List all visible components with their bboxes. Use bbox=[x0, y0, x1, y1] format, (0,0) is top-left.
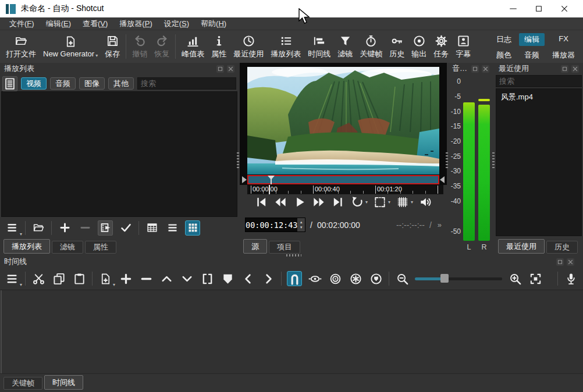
tab-keyframes[interactable]: 关键帧 bbox=[3, 377, 42, 390]
split-button[interactable] bbox=[200, 271, 215, 286]
grid-button[interactable]: ▾ bbox=[396, 195, 413, 209]
skip-to-start-button[interactable] bbox=[254, 195, 268, 209]
video-preview[interactable] bbox=[240, 63, 447, 174]
playlist-select-button[interactable] bbox=[118, 220, 133, 236]
cut-button[interactable] bbox=[31, 271, 46, 286]
splitter-handle[interactable] bbox=[492, 152, 495, 169]
trim-in-marker[interactable] bbox=[242, 176, 247, 183]
current-timecode-spinner[interactable]: 00:00:12:43 ▲▼ bbox=[245, 218, 305, 232]
fast-forward-button[interactable] bbox=[312, 195, 326, 209]
save-button[interactable]: 保存 bbox=[101, 33, 123, 60]
tab-properties[interactable]: 属性 bbox=[85, 241, 116, 254]
timeline-zoom-fit-button[interactable] bbox=[528, 271, 543, 286]
filters-button[interactable]: 滤镜 bbox=[334, 33, 356, 60]
menu-help[interactable]: 帮助(H) bbox=[195, 17, 232, 30]
lift-button[interactable] bbox=[159, 271, 174, 286]
float-panel-icon[interactable] bbox=[471, 65, 479, 73]
tab-recent[interactable]: 最近使用 bbox=[498, 239, 545, 254]
ripple-all-tracks-button[interactable] bbox=[348, 271, 363, 286]
timeline-button[interactable]: 时间线 bbox=[304, 33, 334, 60]
splitter-handle[interactable] bbox=[446, 152, 448, 169]
menu-view[interactable]: 查看(V) bbox=[77, 17, 113, 30]
media-tab-other[interactable]: 其他 bbox=[108, 77, 134, 90]
new-generator-button[interactable]: New Generator▾ bbox=[40, 34, 101, 59]
record-audio-button[interactable] bbox=[563, 271, 578, 286]
loop-button[interactable]: ▾ bbox=[350, 195, 368, 209]
jobs-button[interactable]: 任务 bbox=[430, 33, 452, 60]
history-button[interactable]: 历史 bbox=[386, 33, 408, 60]
overwrite-button[interactable] bbox=[179, 271, 194, 286]
recent-search-input[interactable] bbox=[496, 75, 582, 87]
rewind-button[interactable] bbox=[273, 195, 287, 209]
timeline-tracks[interactable] bbox=[0, 290, 583, 374]
scrubber-bar[interactable] bbox=[247, 175, 439, 184]
menu-player[interactable]: 播放器(P) bbox=[113, 17, 158, 30]
append-button[interactable]: ▾ bbox=[98, 271, 113, 286]
peak-meter-button[interactable]: 峰值表 bbox=[178, 33, 208, 60]
float-panel-icon[interactable] bbox=[561, 65, 568, 73]
layout-audio[interactable]: 音频 bbox=[519, 49, 545, 62]
layout-player[interactable]: 播放器 bbox=[547, 49, 580, 62]
zoom-in-button[interactable] bbox=[507, 271, 522, 286]
menu-settings[interactable]: 设定(S) bbox=[158, 17, 195, 30]
play-button[interactable] bbox=[293, 195, 307, 209]
tab-playlist[interactable]: 播放列表 bbox=[3, 239, 50, 254]
playlist-search-input[interactable] bbox=[137, 77, 236, 90]
close-panel-icon[interactable] bbox=[227, 65, 234, 73]
close-button[interactable] bbox=[552, 1, 577, 17]
tab-project[interactable]: 项目 bbox=[269, 241, 300, 254]
tab-timeline[interactable]: 时间线 bbox=[44, 375, 83, 390]
zoom-fit-button[interactable]: ▾ bbox=[373, 195, 390, 209]
volume-button[interactable] bbox=[418, 195, 432, 209]
undo-button[interactable]: 撤销 bbox=[129, 33, 151, 60]
ripple-markers-button[interactable] bbox=[368, 271, 383, 286]
splitter-handle[interactable] bbox=[286, 254, 301, 256]
playlist-open-button[interactable] bbox=[31, 220, 46, 236]
media-tab-image[interactable]: 图像 bbox=[79, 77, 105, 90]
playlist-add-button[interactable] bbox=[57, 220, 72, 236]
copy-button[interactable] bbox=[51, 271, 66, 286]
export-button[interactable]: 输出 bbox=[408, 33, 430, 60]
list-item[interactable]: 风景.mp4 bbox=[496, 89, 581, 105]
tab-source[interactable]: 源 bbox=[243, 239, 267, 254]
previous-marker-button[interactable] bbox=[240, 271, 255, 286]
redo-button[interactable]: 恢复 bbox=[151, 33, 173, 60]
ripple-button[interactable] bbox=[328, 271, 343, 286]
open-file-button[interactable]: 打开文件 bbox=[2, 33, 40, 60]
time-ruler[interactable]: 00:00:00 00:00:40 00:01:20 bbox=[247, 185, 443, 194]
maximize-button[interactable] bbox=[526, 1, 552, 17]
menu-edit[interactable]: 编辑(E) bbox=[40, 17, 77, 30]
scrub-while-dragging-button[interactable] bbox=[307, 271, 322, 286]
menu-file[interactable]: 文件(F) bbox=[3, 17, 40, 30]
recent-button[interactable]: 最近使用 bbox=[230, 33, 267, 60]
layout-logging[interactable]: 日志 bbox=[491, 33, 517, 46]
float-panel-icon[interactable] bbox=[556, 258, 564, 266]
layout-fx[interactable]: FX bbox=[547, 33, 580, 46]
slider-handle[interactable] bbox=[440, 274, 449, 283]
add-button[interactable] bbox=[118, 271, 133, 286]
view-details-button[interactable] bbox=[144, 220, 159, 236]
zoom-out-button[interactable] bbox=[394, 271, 410, 286]
playlist-content[interactable] bbox=[1, 91, 237, 217]
trim-out-marker[interactable] bbox=[440, 176, 445, 183]
subtitles-button[interactable]: 字幕 bbox=[452, 33, 474, 60]
paste-button[interactable] bbox=[72, 271, 87, 286]
media-tab-video[interactable]: 视频 bbox=[21, 77, 47, 90]
playlist-remove-button[interactable] bbox=[77, 220, 93, 236]
ripple-delete-button[interactable] bbox=[138, 271, 154, 286]
playlist-button[interactable]: 播放列表 bbox=[267, 33, 304, 60]
snap-button[interactable] bbox=[287, 271, 302, 286]
close-panel-icon[interactable] bbox=[482, 65, 489, 73]
playlist-update-button[interactable] bbox=[98, 220, 113, 236]
view-icons-button[interactable] bbox=[185, 220, 200, 236]
tab-filters[interactable]: 滤镜 bbox=[52, 241, 83, 254]
timeline-zoom-slider[interactable] bbox=[415, 273, 502, 284]
marker-button[interactable] bbox=[220, 271, 235, 286]
timeline-menu-button[interactable]: ▾ bbox=[5, 271, 20, 286]
tab-history[interactable]: 历史 bbox=[546, 241, 578, 254]
properties-button[interactable]: 属性 bbox=[208, 33, 230, 60]
playlist-menu-button[interactable]: ▾ bbox=[5, 220, 20, 236]
spinner-arrows[interactable]: ▲▼ bbox=[297, 218, 305, 231]
close-panel-icon[interactable] bbox=[571, 65, 579, 73]
playhead[interactable] bbox=[268, 176, 275, 184]
